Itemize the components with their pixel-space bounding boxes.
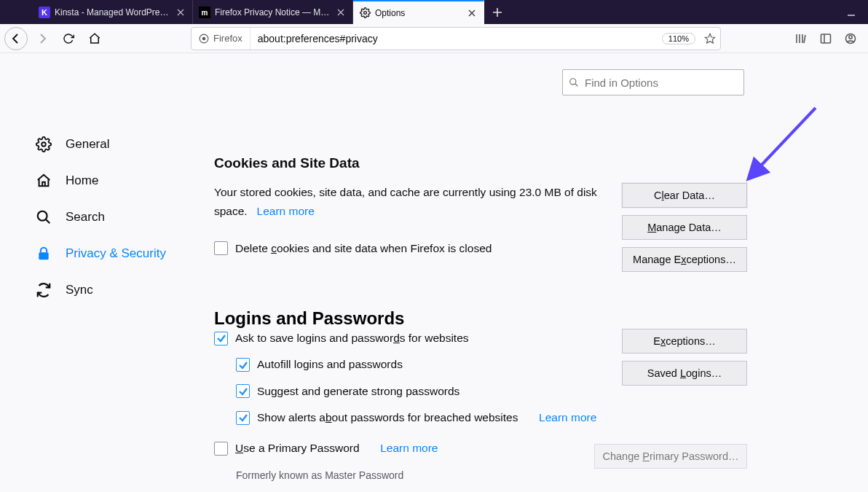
svg-point-8 [38,211,47,221]
primary-password-hint: Formerly known as Master Password [236,467,607,485]
suggest-passwords-label: Suggest and generate strong passwords [257,382,459,401]
primary-password-label: Use a Primary Password [235,439,360,458]
gear-icon [359,7,371,19]
autofill-label: Autofill logins and passwords [257,355,403,374]
toolbar-right [791,27,864,50]
preferences-sidebar: General Home Search Privacy & Security S… [0,53,204,492]
learn-more-link[interactable]: Learn more [257,205,315,217]
sidebar-item-home[interactable]: Home [0,163,204,199]
breach-alerts-label: Show alerts about passwords for breached… [257,408,518,427]
new-tab-button[interactable] [484,0,510,24]
clear-data-button[interactable]: Clear Data… [622,183,747,208]
saved-logins-button[interactable]: Saved Logins… [622,361,747,386]
titlebar: K Kinsta - Managed WordPress Hosting m F… [0,0,868,24]
search-icon [35,208,52,226]
breach-alerts-checkbox[interactable] [236,411,250,425]
search-icon [569,77,579,87]
tab-kinsta[interactable]: K Kinsta - Managed WordPress Hosting [33,0,193,24]
svg-rect-9 [39,252,48,259]
preferences-main: Cookies and Site Data Your stored cookie… [204,53,868,492]
sidebar-icon[interactable] [816,27,836,50]
primary-password-checkbox[interactable] [214,442,228,456]
sidebar-item-label: Search [66,210,105,224]
zoom-badge[interactable]: 110% [662,33,695,44]
account-icon[interactable] [840,27,861,50]
svg-point-0 [363,12,366,15]
svg-point-10 [570,79,576,85]
url-input[interactable] [250,33,662,44]
sidebar-item-label: Privacy & Security [66,246,166,261]
learn-more-link[interactable]: Learn more [380,439,438,458]
close-icon[interactable] [175,7,186,18]
manage-data-button[interactable]: Manage Data… [622,215,747,240]
cookies-section: Cookies and Site Data Your stored cookie… [214,155,846,272]
lock-icon [35,245,52,262]
tab-label: Options [375,8,462,18]
logins-section: Logins and Passwords Ask to save logins … [214,308,846,485]
window-controls [835,0,868,24]
bookmark-star-icon[interactable] [700,33,720,44]
preferences-content: General Home Search Privacy & Security S… [0,53,868,492]
url-bar[interactable]: Firefox 110% [191,27,721,50]
svg-marker-3 [705,34,714,43]
gear-icon [35,136,52,153]
section-heading: Cookies and Site Data [214,155,846,171]
sidebar-item-label: General [66,137,109,152]
svg-point-6 [849,35,852,38]
autofill-checkbox[interactable] [236,358,250,372]
sidebar-item-privacy[interactable]: Privacy & Security [0,235,204,272]
tab-options[interactable]: Options [353,0,484,24]
svg-point-7 [42,142,46,147]
tab-label: Kinsta - Managed WordPress Hosting [55,7,170,17]
suggest-passwords-checkbox[interactable] [236,384,250,398]
tab-privacy-notice[interactable]: m Firefox Privacy Notice — Mozilla [193,0,353,24]
delete-on-close-label: Delete cookies and site data when Firefo… [235,239,492,258]
cookies-description: Your stored cookies, site data, and cach… [214,183,607,258]
sync-icon [35,281,52,299]
home-button[interactable] [83,27,106,50]
svg-rect-4 [821,34,831,43]
learn-more-link[interactable]: Learn more [539,408,596,427]
sidebar-item-label: Home [66,173,98,188]
close-icon[interactable] [335,7,347,18]
identity-label: Firefox [213,33,242,44]
library-icon[interactable] [791,27,811,50]
delete-on-close-checkbox[interactable] [214,241,228,255]
favicon-mozilla: m [199,7,210,18]
tab-label: Firefox Privacy Notice — Mozilla [215,7,331,17]
change-primary-password-button: Change Primary Password… [594,444,747,469]
find-options-searchbox[interactable] [562,69,744,95]
sidebar-item-label: Sync [66,283,93,297]
sidebar-item-sync[interactable]: Sync [0,272,204,308]
titlebar-spacer [0,0,33,24]
identity-box[interactable]: Firefox [192,28,250,50]
ask-save-logins-label: Ask to save logins and passwords for web… [235,329,469,348]
manage-exceptions-button[interactable]: Manage Exceptions… [622,247,747,272]
firefox-icon [199,34,209,44]
find-options-input[interactable] [585,77,738,89]
svg-point-2 [202,36,206,40]
ask-save-logins-checkbox[interactable] [214,332,228,345]
reload-button[interactable] [57,27,80,50]
back-button[interactable] [4,27,28,50]
forward-button[interactable] [31,27,54,50]
section-heading: Logins and Passwords [214,308,846,329]
minimize-button[interactable] [835,0,868,24]
sidebar-item-general[interactable]: General [0,126,204,163]
favicon-kinsta: K [39,7,50,18]
logins-exceptions-button[interactable]: Exceptions… [622,329,747,354]
close-icon[interactable] [466,7,478,19]
sidebar-item-search[interactable]: Search [0,199,204,235]
home-icon [35,172,52,190]
navbar: Firefox 110% [0,24,868,53]
